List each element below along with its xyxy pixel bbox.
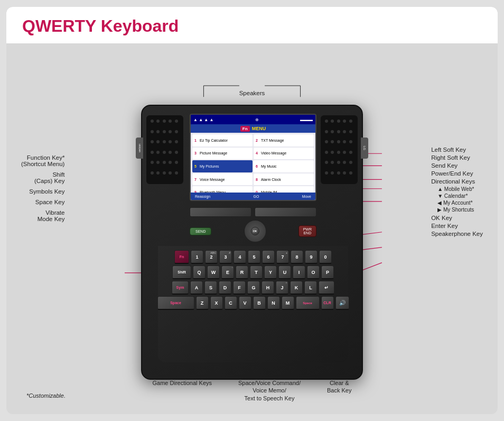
key-row-2: Shift Q W E' R T Y U I O P <box>162 266 344 279</box>
key-g[interactable]: G <box>247 281 260 295</box>
left-soft-key[interactable] <box>190 207 251 217</box>
key-1[interactable]: 1 <box>191 250 203 264</box>
shift-key[interactable]: Shift <box>172 266 191 279</box>
key-p[interactable]: P <box>321 266 334 279</box>
game-directional-keys-label: Game Directional Keys <box>153 379 212 402</box>
right-label-area: Left Soft Key Right Soft Key Send Key Po… <box>431 147 483 239</box>
key-t[interactable]: T <box>250 266 263 279</box>
key-6[interactable]: 6 <box>262 250 275 264</box>
key-v[interactable]: V <box>239 296 251 310</box>
key-f[interactable]: F <box>233 281 246 295</box>
send-key-label: Send Key <box>431 162 483 169</box>
my-account-label: ◀ My Account* <box>437 200 483 206</box>
vibrate-mode-key-label: VibrateMode Key <box>21 209 64 222</box>
menu-item-1: 1 Ez Tip Calculator <box>192 134 253 147</box>
key-x[interactable]: X <box>210 296 223 310</box>
key-5[interactable]: 5 <box>248 250 260 264</box>
lg-button: LG <box>361 138 368 159</box>
phone-body: verizon LG ▲ ▲ ▲ ▲ ⊕ ▬▬▬ Fn MENU <box>141 105 363 380</box>
verizon-button: verizon <box>136 138 143 159</box>
key-8[interactable]: 8 <box>291 250 303 264</box>
mobile-web-label: ▲ Mobile Web* <box>437 186 483 192</box>
my-shortcuts-label: ▶ My Shortcuts <box>437 207 483 213</box>
signal-icon: ▲ ▲ ▲ ▲ <box>193 117 213 122</box>
phone-screen: ▲ ▲ ▲ ▲ ⊕ ▬▬▬ Fn MENU 1 Ez Tip Calculato… <box>190 114 316 201</box>
move-label: Move <box>302 195 311 198</box>
go-label: GO <box>254 195 259 198</box>
menu-item-3: 3 Picture Message <box>192 148 253 160</box>
key-y[interactable]: Y <box>264 266 277 279</box>
speakerphone-key-label: Speakerphone Key <box>431 231 483 237</box>
menu-item-4: 4 Video Message <box>254 148 314 160</box>
key-2[interactable]: 2ABC <box>205 250 218 264</box>
directional-pad[interactable]: OK <box>244 219 267 243</box>
key-7[interactable]: 7+ <box>276 250 289 264</box>
key-c[interactable]: C <box>225 296 237 310</box>
menu-item-8: 8 Alarm Clock <box>254 173 314 186</box>
space-key-right[interactable]: Space <box>296 296 320 310</box>
menu-item-6: 6 My Music <box>254 160 314 172</box>
key-l[interactable]: L <box>304 281 317 295</box>
enter-key[interactable]: ↵ <box>319 281 334 295</box>
speakerphone-key[interactable]: 🔊 <box>335 296 349 310</box>
speakers-label: Speakers <box>239 90 265 96</box>
ok-key-label: OK Key <box>431 215 483 221</box>
reassign-label: Reassign <box>195 195 210 198</box>
key-i[interactable]: I <box>293 266 305 279</box>
key-r[interactable]: R <box>236 266 248 279</box>
key-m[interactable]: M <box>282 296 294 310</box>
clr-key[interactable]: CLR <box>321 296 334 310</box>
right-soft-key[interactable] <box>255 207 316 217</box>
speaker-left <box>146 115 183 184</box>
status-bar: ▲ ▲ ▲ ▲ ⊕ ▬▬▬ <box>191 115 315 124</box>
key-a[interactable]: A <box>190 281 203 295</box>
page-title: QWERTY Keyboard <box>22 16 482 36</box>
shift-caps-key-label: Shift(Caps) Key <box>21 171 64 184</box>
left-label-area: Function Key*(Shortcut Menu) Shift(Caps)… <box>21 154 64 226</box>
key-3[interactable]: 3# <box>219 250 232 264</box>
header: QWERTY Keyboard <box>6 7 498 43</box>
enter-key-label: Enter Key <box>431 223 483 229</box>
key-4[interactable]: 4 <box>234 250 246 264</box>
function-key-label: Function Key*(Shortcut Menu) <box>21 154 64 167</box>
key-u[interactable]: U <box>278 266 291 279</box>
key-0[interactable]: 0 <box>319 250 332 264</box>
directional-keys-label: Directional Keys <box>431 178 483 185</box>
screen-bottom-bar: Reassign GO Move <box>191 193 315 200</box>
key-row-3: Sym A S D F G H J" K L ↵ <box>162 281 344 295</box>
key-9[interactable]: 9 <box>305 250 318 264</box>
key-e[interactable]: E' <box>221 266 234 279</box>
menu-item-7: 7 Voice Message <box>192 173 253 186</box>
battery-icon: ▬▬▬ <box>300 117 313 122</box>
key-k[interactable]: K <box>290 281 303 295</box>
sym-key[interactable]: Sym <box>172 281 189 295</box>
menu-item-2: 2 TXT Message <box>254 134 314 147</box>
space-key-left[interactable]: Space <box>157 296 194 310</box>
key-d[interactable]: D <box>219 281 231 295</box>
key-q[interactable]: Q <box>193 266 206 279</box>
page: QWERTY Keyboard <box>6 7 498 414</box>
key-w[interactable]: W <box>207 266 220 279</box>
key-o[interactable]: O <box>307 266 320 279</box>
key-n[interactable]: N <box>267 296 280 310</box>
menu-label: MENU <box>252 126 266 131</box>
keyboard-area: Fn 1 2ABC 3# 4 5 6 7+ 8 9 0 Shift <box>158 246 348 362</box>
ok-key[interactable]: OK <box>251 227 259 235</box>
bottom-label-area: Game Directional Keys Space/Voice Comman… <box>153 379 352 402</box>
verizon-label: verizon <box>138 144 141 152</box>
menu-item-5: 5 My Pictures <box>192 160 253 172</box>
key-b[interactable]: B <box>253 296 266 310</box>
power-end-key[interactable]: PWREND <box>298 225 316 237</box>
key-j[interactable]: J" <box>276 281 288 295</box>
power-end-key-label: Power/End Key <box>431 170 483 177</box>
send-key[interactable]: SEND <box>190 227 211 235</box>
key-h[interactable]: H <box>262 281 274 295</box>
softkey-row <box>190 206 316 218</box>
right-soft-key-label: Right Soft Key <box>431 154 483 161</box>
space-voice-command-label: Space/Voice Command/Voice Memo/Text to S… <box>238 379 301 402</box>
key-z[interactable]: Z <box>196 296 209 310</box>
gps-icon: ⊕ <box>255 117 259 122</box>
screen-menu: 1 Ez Tip Calculator 2 TXT Message 3 Pict… <box>191 133 315 200</box>
fn-key[interactable]: Fn <box>174 250 189 264</box>
key-s[interactable]: S <box>204 281 217 295</box>
